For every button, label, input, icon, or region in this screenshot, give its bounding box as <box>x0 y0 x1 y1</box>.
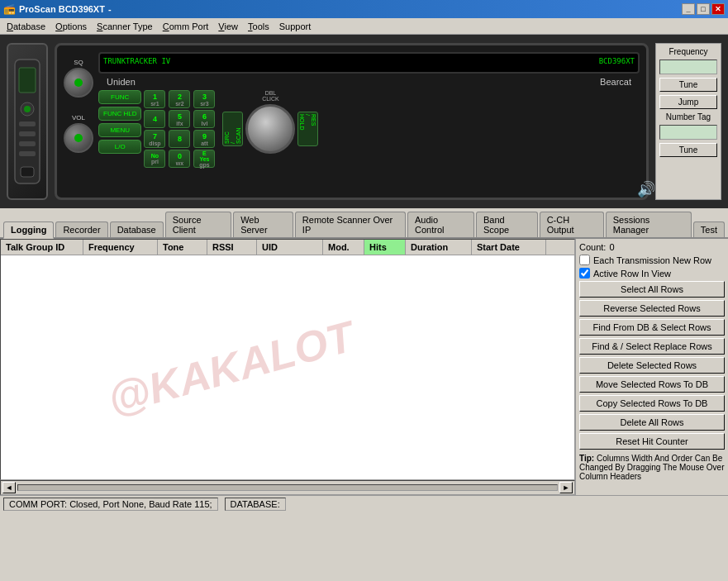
vol-label: VOL <box>72 114 85 121</box>
tab-database[interactable]: Database <box>110 221 164 237</box>
col-talk-group-id[interactable]: Talk Group ID <box>1 240 83 255</box>
titlebar: 📻 ProScan BCD396XT - _ □ ✕ <box>0 0 728 18</box>
database-status: DATABASE: <box>225 498 286 511</box>
svg-rect-7 <box>19 151 36 156</box>
find-from-db-button[interactable]: Find From DB & Select Rows <box>579 319 725 336</box>
select-all-rows-button[interactable]: Select All Rows <box>579 281 725 298</box>
app-title: ProScan BCD396XT <box>19 4 105 14</box>
num-yes[interactable]: E Yesgps <box>193 150 215 168</box>
brand-row: Uniden Bearcat <box>98 77 640 87</box>
active-row-row: Active Row In View <box>579 268 725 279</box>
col-mod[interactable]: Mod. <box>323 240 364 255</box>
copy-selected-rows-button[interactable]: Copy Selected Rows To DB <box>579 395 725 412</box>
svg-point-3 <box>24 106 31 112</box>
tip-label: Tip: <box>579 454 594 463</box>
delete-all-rows-button[interactable]: Delete All Rows <box>579 414 725 431</box>
frequency-label: Frequency <box>659 47 717 56</box>
col-duration[interactable]: Duration <box>406 240 472 255</box>
product-label: Bearcat <box>600 77 631 87</box>
vol-knob[interactable] <box>64 123 93 153</box>
tune2-button[interactable]: Tune <box>659 143 717 157</box>
horizontal-scrollbar[interactable]: ◄ ► <box>0 480 575 495</box>
title-area: 📻 ProScan BCD396XT - <box>3 3 682 15</box>
each-transmission-label: Each Transmission New Row <box>593 255 711 265</box>
svg-rect-5 <box>19 131 36 136</box>
num-9[interactable]: 9att <box>193 130 215 148</box>
num-no[interactable]: Nopri <box>144 150 165 168</box>
display-model: BCD396XT <box>599 57 635 65</box>
scroll-track[interactable] <box>17 484 558 491</box>
col-uid[interactable]: UID <box>257 240 323 255</box>
tab-logging[interactable]: Logging <box>3 221 54 239</box>
sq-knob[interactable] <box>64 68 93 98</box>
scanner-body: SQ VOL TRUNKTRACKER IV <box>55 43 649 200</box>
jump-button[interactable]: Jump <box>659 95 717 109</box>
func-buttons: FUNC FUNC HLD MENU L/O <box>98 90 141 154</box>
menu-support[interactable]: Support <box>274 20 316 33</box>
scanner-area: SQ VOL TRUNKTRACKER IV <box>0 35 728 208</box>
sq-label: SQ <box>74 59 83 66</box>
scanner-display: TRUNKTRACKER IV BCD396XT <box>98 52 640 74</box>
delete-selected-rows-button[interactable]: Delete Selected Rows <box>579 357 725 374</box>
hold-resume-button[interactable]: HOLD/RES <box>297 112 318 146</box>
display-type: TRUNKTRACKER IV <box>103 57 170 65</box>
active-row-checkbox[interactable] <box>579 268 590 279</box>
menu-scanner-type[interactable]: Scanner Type <box>92 20 158 33</box>
tab-source-client[interactable]: Source Client <box>165 212 231 237</box>
scroll-left-button[interactable]: ◄ <box>2 482 16 493</box>
vol-knob-container: VOL <box>64 114 93 153</box>
tab-audio-control[interactable]: Audio Control <box>407 212 474 237</box>
menu-options[interactable]: Options <box>50 20 92 33</box>
reset-hit-counter-button[interactable]: Reset Hit Counter <box>579 433 725 450</box>
svg-rect-4 <box>19 121 36 126</box>
close-button[interactable]: ✕ <box>711 3 725 15</box>
num-8[interactable]: 8 <box>169 130 190 148</box>
num-5[interactable]: 5ifx <box>169 110 190 128</box>
title-dash: - <box>108 4 112 14</box>
tab-cch-output[interactable]: C-CH Output <box>540 212 604 237</box>
num-7[interactable]: 7disp <box>144 130 165 148</box>
menu-tools[interactable]: Tools <box>243 20 274 33</box>
menu-view[interactable]: View <box>213 20 243 33</box>
tab-test[interactable]: Test <box>693 221 725 237</box>
maximize-button[interactable]: □ <box>697 3 710 15</box>
scan-search-button[interactable]: SCAN/SRC <box>222 112 243 146</box>
frequency-display <box>659 60 717 74</box>
svg-rect-6 <box>19 141 36 146</box>
num-3[interactable]: 3sr3 <box>193 90 215 108</box>
col-frequency[interactable]: Frequency <box>83 240 158 255</box>
dbl-click-label: DBLCLICK <box>262 90 279 102</box>
move-selected-rows-button[interactable]: Move Selected Rows To DB <box>579 376 725 393</box>
tab-band-scope[interactable]: Band Scope <box>476 212 538 237</box>
menu-database[interactable]: Database <box>2 20 50 33</box>
col-hits[interactable]: Hits <box>364 240 406 255</box>
find-select-replace-button[interactable]: Find & / Select Replace Rows <box>579 338 725 355</box>
num-0[interactable]: 0wx <box>169 150 190 168</box>
each-transmission-checkbox[interactable] <box>579 255 590 265</box>
func-hld-button[interactable]: FUNC HLD <box>98 107 141 121</box>
right-panel: Frequency Tune Jump Number Tag Tune <box>655 43 721 200</box>
tab-recorder[interactable]: Recorder <box>55 221 107 237</box>
tab-sessions-manager[interactable]: Sessions Manager <box>606 212 692 237</box>
sq-knob-container: SQ <box>64 59 93 98</box>
num-1[interactable]: 1sr1 <box>144 90 165 108</box>
main-dial[interactable] <box>245 104 295 154</box>
lo-button[interactable]: L/O <box>98 140 141 154</box>
minimize-button[interactable]: _ <box>682 3 695 15</box>
num-2[interactable]: 2sr2 <box>169 90 190 108</box>
reverse-selected-rows-button[interactable]: Reverse Selected Rows <box>579 300 725 317</box>
menu-comm-port[interactable]: Comm Port <box>158 20 214 33</box>
col-start-date[interactable]: Start Date <box>472 240 546 255</box>
func-button[interactable]: FUNC <box>98 90 141 104</box>
num-6[interactable]: 6lvl <box>193 110 215 128</box>
count-value: 0 <box>609 242 614 252</box>
scroll-right-button[interactable]: ► <box>559 482 573 493</box>
col-rssi[interactable]: RSSI <box>207 240 257 255</box>
menu-button[interactable]: MENU <box>98 123 141 137</box>
tab-remote-scanner[interactable]: Remote Scanner Over IP <box>295 212 406 237</box>
num-4[interactable]: 4 <box>144 110 165 128</box>
tune-button[interactable]: Tune <box>659 78 717 92</box>
each-transmission-row: Each Transmission New Row <box>579 255 725 265</box>
col-tone[interactable]: Tone <box>158 240 207 255</box>
tab-web-server[interactable]: Web Server <box>233 212 293 237</box>
